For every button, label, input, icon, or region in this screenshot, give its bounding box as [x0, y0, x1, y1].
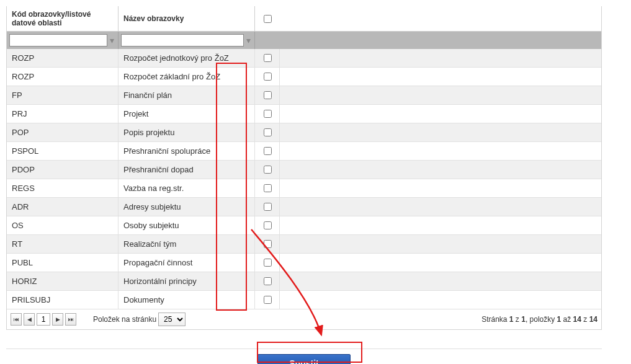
row-checkbox[interactable] [264, 221, 272, 229]
pager-page-input[interactable] [37, 313, 50, 326]
row-checkbox[interactable] [264, 277, 272, 285]
filter-row: ▾ ▾ [7, 32, 601, 50]
per-page-select[interactable]: 25 [158, 313, 186, 326]
filter-code-input[interactable] [9, 34, 107, 47]
header-code[interactable]: Kód obrazovky/listové datové oblasti [7, 6, 119, 32]
pager-next-button[interactable]: ▶ [52, 313, 63, 326]
table-row[interactable]: RTRealizační tým [7, 235, 601, 254]
cell-spacer [280, 179, 602, 198]
table-row[interactable]: PRILSUBJDokumenty [7, 291, 601, 309]
table-row[interactable]: REGSVazba na reg.str. [7, 179, 601, 198]
cell-spacer [280, 142, 602, 161]
cell-checkbox[interactable] [255, 272, 280, 291]
cell-spacer [280, 161, 602, 179]
cell-code: PRJ [7, 105, 119, 123]
cell-checkbox[interactable] [255, 142, 280, 161]
row-checkbox[interactable] [264, 54, 272, 62]
per-page-label: Položek na stránku [93, 315, 156, 324]
row-checkbox[interactable] [264, 184, 272, 192]
cell-name: Osoby subjektu [119, 216, 255, 235]
cell-spacer [280, 49, 602, 68]
cell-code: POP [7, 123, 119, 142]
cell-name: Popis projektu [119, 123, 255, 142]
row-checkbox[interactable] [264, 128, 272, 136]
cell-code: PUBL [7, 254, 119, 272]
run-button[interactable]: Spustit [257, 354, 351, 364]
cell-spacer [280, 198, 602, 216]
cell-spacer [280, 68, 602, 86]
pager-status: Stránka 1 z 1, položky 1 až 14 z 14 [481, 315, 597, 324]
row-checkbox[interactable] [264, 203, 272, 211]
cell-checkbox[interactable] [255, 216, 280, 235]
table-row[interactable]: PRJProjekt [7, 105, 601, 123]
header-select-all[interactable] [255, 6, 602, 32]
cell-checkbox[interactable] [255, 105, 280, 123]
cell-checkbox[interactable] [255, 198, 280, 216]
cell-checkbox[interactable] [255, 86, 280, 105]
header-row: Kód obrazovky/listové datové oblasti Náz… [7, 6, 601, 32]
cell-code: PDOP [7, 161, 119, 179]
cell-name: Přeshraniční spolupráce [119, 142, 255, 161]
row-checkbox[interactable] [264, 296, 272, 304]
cell-spacer [280, 216, 602, 235]
pager-bar: ⏮ ◀ ▶ ⏭ Položek na stránku 25 Stránka 1 … [7, 309, 601, 329]
table-row[interactable]: FPFinanční plán [7, 86, 601, 105]
cell-name: Finanční plán [119, 86, 255, 105]
cell-spacer [280, 291, 602, 309]
select-all-checkbox[interactable] [264, 15, 272, 23]
row-checkbox[interactable] [264, 73, 272, 81]
cell-code: HORIZ [7, 272, 119, 291]
cell-checkbox[interactable] [255, 68, 280, 86]
cell-spacer [280, 235, 602, 254]
cell-code: PSPOL [7, 142, 119, 161]
cell-code: REGS [7, 179, 119, 198]
cell-name: Přeshraniční dopad [119, 161, 255, 179]
table-row[interactable]: ADRAdresy subjektu [7, 198, 601, 216]
table-row[interactable]: ROZPRozpočet základní pro ŽoZ [7, 68, 601, 86]
cell-checkbox[interactable] [255, 49, 280, 68]
cell-checkbox[interactable] [255, 161, 280, 179]
cell-checkbox[interactable] [255, 254, 280, 272]
cell-name: Realizační tým [119, 235, 255, 254]
cell-code: PRILSUBJ [7, 291, 119, 309]
table-row[interactable]: PDOPPřeshraniční dopad [7, 161, 601, 179]
row-checkbox[interactable] [264, 240, 272, 248]
cell-code: FP [7, 86, 119, 105]
grid: Kód obrazovky/listové datové oblasti Náz… [6, 6, 602, 330]
row-checkbox[interactable] [264, 110, 272, 118]
cell-checkbox[interactable] [255, 235, 280, 254]
table-row[interactable]: PUBLPropagační činnost [7, 254, 601, 272]
pager-first-button[interactable]: ⏮ [11, 313, 22, 326]
table-row[interactable]: OSOsoby subjektu [7, 216, 601, 235]
row-checkbox[interactable] [264, 259, 272, 267]
cell-name: Propagační činnost [119, 254, 255, 272]
row-checkbox[interactable] [264, 166, 272, 174]
pager-prev-button[interactable]: ◀ [24, 313, 35, 326]
row-checkbox[interactable] [264, 147, 272, 155]
cell-code: RT [7, 235, 119, 254]
cell-checkbox[interactable] [255, 123, 280, 142]
cell-code: ROZP [7, 49, 119, 68]
cell-checkbox[interactable] [255, 179, 280, 198]
table-row[interactable]: ROZPRozpočet jednotkový pro ŽoZ [7, 49, 601, 68]
table-row[interactable]: PSPOLPřeshraniční spolupráce [7, 142, 601, 161]
filter-icon[interactable]: ▾ [245, 35, 252, 45]
table-row[interactable]: POPPopis projektu [7, 123, 601, 142]
row-checkbox[interactable] [264, 91, 272, 99]
header-name[interactable]: Název obrazovky [119, 6, 255, 32]
cell-name: Rozpočet jednotkový pro ŽoZ [119, 49, 255, 68]
pager-last-button[interactable]: ⏭ [65, 313, 76, 326]
cell-name: Rozpočet základní pro ŽoZ [119, 68, 255, 86]
cell-spacer [280, 272, 602, 291]
cell-spacer [280, 254, 602, 272]
cell-code: ADR [7, 198, 119, 216]
filter-name-input[interactable] [121, 34, 244, 47]
cell-spacer [280, 105, 602, 123]
cell-spacer [280, 123, 602, 142]
filter-icon[interactable]: ▾ [109, 35, 115, 45]
table-row[interactable]: HORIZHorizontální principy [7, 272, 601, 291]
cell-spacer [280, 86, 602, 105]
cell-name: Dokumenty [119, 291, 255, 309]
cell-checkbox[interactable] [255, 291, 280, 309]
cell-name: Vazba na reg.str. [119, 179, 255, 198]
